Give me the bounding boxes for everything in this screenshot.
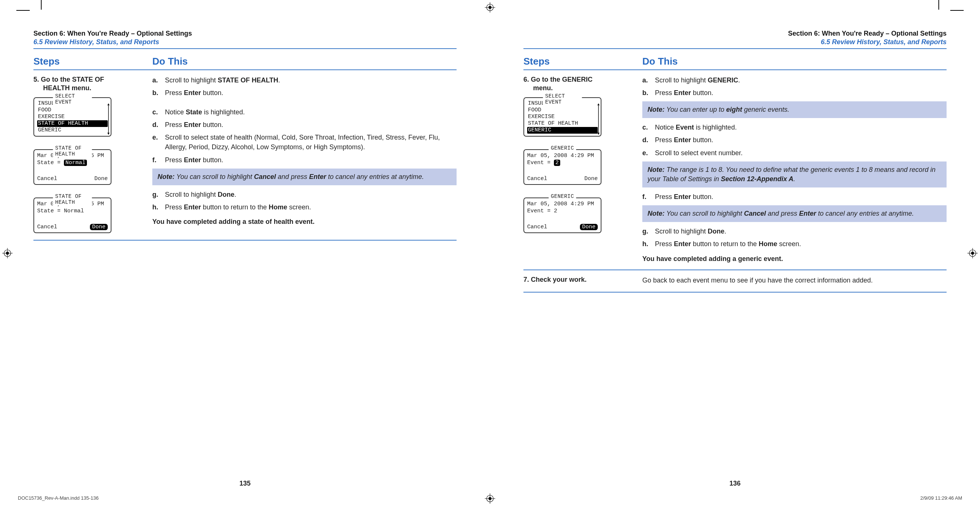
menu-item: EXERCISE xyxy=(527,114,598,120)
substep-text: Scroll to highlight Done. xyxy=(165,190,457,199)
substep: e.Scroll to select state of health (Norm… xyxy=(152,133,457,152)
substep-label: g. xyxy=(152,190,165,199)
substep-label: d. xyxy=(642,135,655,145)
device-generic-done: GENERIC Mar 05, 2008 4:29 PM Event = 2 C… xyxy=(523,198,601,233)
device-state-of-health-edit: STATE OF HEALTH Mar 05, 2008 4:25 PM Sta… xyxy=(33,149,111,185)
softkey-done: Done xyxy=(94,176,108,182)
substep-label: c. xyxy=(152,107,165,117)
menu-item-selected: GENERIC xyxy=(527,127,598,134)
menu-list: INSULIN FOOD EXERCISE STATE OF HEALTH GE… xyxy=(37,100,108,134)
timestamp: Mar 05, 2008 4:29 PM xyxy=(527,200,598,208)
header-rule xyxy=(523,48,947,49)
softkey-cancel: Cancel xyxy=(527,224,547,230)
section-subtitle: 6.5 Review History, Status, and Reports xyxy=(33,38,457,46)
steps-column: 6. Go to the GENERIC menu. SELECT EVENT … xyxy=(523,75,642,263)
step-number: 5. xyxy=(33,76,39,83)
do-this-column: a.Scroll to highlight GENERIC. b.Press E… xyxy=(642,75,947,263)
page-number: 135 xyxy=(239,480,250,487)
substep-text: Press Enter button. xyxy=(655,88,947,98)
menu-item: FOOD xyxy=(527,107,598,114)
note-box: Note: You can scroll to highlight Cancel… xyxy=(152,168,457,185)
completion-text: You have completed adding a generic even… xyxy=(642,255,947,263)
substep-text: Press Enter button. xyxy=(165,155,457,165)
step-text: Check your work. xyxy=(531,276,587,283)
table-row: 6. Go to the GENERIC menu. SELECT EVENT … xyxy=(523,70,947,270)
device-select-event: SELECT EVENT INSULIN FOOD EXERCISE STATE… xyxy=(523,97,601,136)
field-label: Event = xyxy=(527,160,554,166)
substep-label: a. xyxy=(152,75,165,85)
steps-table: Steps Do This 6. Go to the GENERIC menu.… xyxy=(523,56,947,292)
screen-title: STATE OF HEALTH xyxy=(53,194,92,205)
scrollbar-icon: ▲▼ xyxy=(107,105,110,134)
substep: g.Scroll to highlight Done. xyxy=(642,227,947,236)
table-row: 5. Go to the STATE OF HEALTH menu. SELEC… xyxy=(33,70,457,241)
step-text: Go to the STATE OF xyxy=(41,76,104,83)
menu-item: STATE OF HEALTH xyxy=(527,120,598,127)
substep: a.Scroll to highlight STATE OF HEALTH. xyxy=(152,75,457,85)
substep-label: a. xyxy=(642,75,655,85)
steps-column: 5. Go to the STATE OF HEALTH menu. SELEC… xyxy=(33,75,152,233)
table-header: Steps Do This xyxy=(33,56,457,70)
note-box: Note: You can enter up to eight generic … xyxy=(642,102,947,118)
softkey-cancel: Cancel xyxy=(37,224,57,230)
document-spread: Section 6: When You're Ready – Optional … xyxy=(0,0,980,506)
field-row: State = Normal xyxy=(37,159,108,167)
menu-item: EXERCISE xyxy=(37,114,108,120)
field-value-highlighted: 2 xyxy=(554,160,560,166)
footer-metadata: DOC15736_Rev-A-Man.indd 135-136 2/9/09 1… xyxy=(18,495,962,501)
substep-label: f. xyxy=(152,155,165,165)
col-header-steps: Steps xyxy=(523,56,642,67)
substep-text: Scroll to select event number. xyxy=(655,148,947,158)
substep: a.Scroll to highlight GENERIC. xyxy=(642,75,947,85)
substep-label: b. xyxy=(642,88,655,98)
step-text: HEALTH menu. xyxy=(43,84,91,92)
substep: d.Press Enter button. xyxy=(642,135,947,145)
device-screenshots: SELECT EVENT INSULIN FOOD EXERCISE STATE… xyxy=(523,97,636,233)
softkey-cancel: Cancel xyxy=(37,176,57,182)
scrollbar-icon: ▲▼ xyxy=(597,105,600,134)
substep: f.Press Enter button. xyxy=(152,155,457,165)
field-value-highlighted: Normal xyxy=(64,160,87,166)
substep-text: Press Enter button. xyxy=(655,192,947,201)
menu-item-selected: STATE OF HEALTH xyxy=(37,120,108,127)
note-box: Note: You can scroll to highlight Cancel… xyxy=(642,205,947,222)
substep-text: Press Enter button. xyxy=(655,135,947,145)
substep-text: Notice State is highlighted. xyxy=(165,107,457,117)
substep-label: c. xyxy=(642,122,655,132)
completion-text: You have completed adding a state of hea… xyxy=(152,218,457,226)
field-label: State = xyxy=(37,160,64,166)
screen-title: GENERIC xyxy=(549,145,576,151)
softkey-cancel: Cancel xyxy=(527,176,547,182)
step-number: 6. xyxy=(523,76,529,83)
substep-label: h. xyxy=(152,202,165,212)
footer-filename: DOC15736_Rev-A-Man.indd 135-136 xyxy=(18,495,99,501)
substep: c.Notice State is highlighted. xyxy=(152,107,457,117)
steps-table: Steps Do This 5. Go to the STATE OF HEAL… xyxy=(33,56,457,241)
col-header-do-this: Do This xyxy=(152,56,457,67)
note-box: Note: The range is 1 to 8. You need to d… xyxy=(642,162,947,187)
substep: e.Scroll to select event number. xyxy=(642,148,947,158)
softkey-done: Done xyxy=(584,176,598,182)
do-this-column: a.Scroll to highlight STATE OF HEALTH. b… xyxy=(152,75,457,233)
device-state-of-health-done: STATE OF HEALTH Mar 05, 2008 4:25 PM Sta… xyxy=(33,198,111,233)
substep: c.Notice Event is highlighted. xyxy=(642,122,947,132)
page-right: Section 6: When You're Ready – Optional … xyxy=(490,0,980,506)
step-title: 5. Go to the STATE OF HEALTH menu. xyxy=(33,75,146,93)
table-row: 7. Check your work. Go back to each even… xyxy=(523,270,947,292)
substep: h.Press Enter button to return to the Ho… xyxy=(152,202,457,212)
softkey-done-selected: Done xyxy=(90,224,108,230)
substep-text: Scroll to highlight GENERIC. xyxy=(655,75,947,85)
substep-label: b. xyxy=(152,88,165,98)
screen-title: SELECT EVENT xyxy=(53,93,92,105)
screen-title: STATE OF HEALTH xyxy=(53,145,92,157)
header-rule xyxy=(33,48,457,49)
substep: b.Press Enter button. xyxy=(642,88,947,98)
substep-label: e. xyxy=(152,133,165,152)
substep: b.Press Enter button. xyxy=(152,88,457,98)
substep-label: h. xyxy=(642,239,655,249)
step-title: 6. Go to the GENERIC menu. xyxy=(523,75,636,93)
footer-timestamp: 2/9/09 11:29:46 AM xyxy=(920,495,962,501)
section-title: Section 6: When You're Ready – Optional … xyxy=(523,30,947,38)
substep-text: Press Enter button. xyxy=(165,88,457,98)
substep-text: Scroll to highlight STATE OF HEALTH. xyxy=(165,75,457,85)
